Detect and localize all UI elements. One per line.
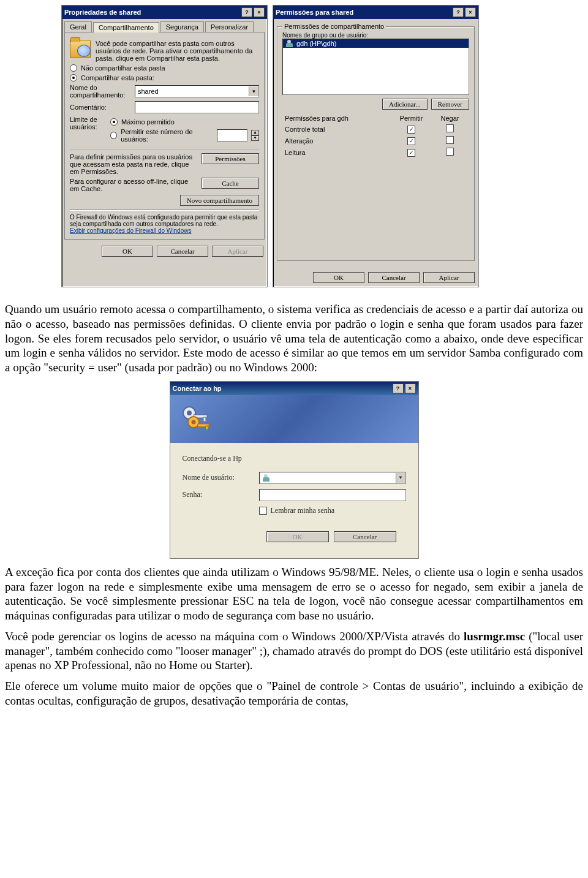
user-icon (285, 40, 294, 47)
radio-share[interactable] (70, 74, 77, 81)
permissions-titlebar: Permissões para shared ? × (273, 6, 478, 19)
paragraph-3-pre: Você pode gerenciar os logins de acesso … (5, 630, 464, 643)
user-icon (262, 474, 271, 482)
paragraph-1: Quando um usuário remoto acessa o compar… (5, 302, 583, 375)
new-share-button[interactable]: Novo compartilhamento (180, 195, 259, 206)
tab-seguranca[interactable]: Segurança (160, 21, 204, 32)
user-list-item[interactable]: gdh (HP\gdh) (283, 39, 469, 48)
properties-titlebar: Propriedades de shared ? × (62, 6, 267, 19)
firewall-link[interactable]: Exibir configurações do Firewall do Wind… (70, 227, 259, 234)
help-icon[interactable]: ? (241, 7, 252, 17)
perm-row-read: Leitura (282, 146, 469, 158)
radio-no-share-label: Não compartilhar esta pasta (81, 64, 165, 72)
spinner-down-icon[interactable]: ▼ (251, 135, 259, 141)
allow-change-checkbox[interactable] (407, 137, 415, 145)
password-label: Senha: (183, 490, 259, 499)
chevron-down-icon[interactable]: ▼ (396, 473, 405, 483)
radio-allow-number[interactable] (110, 132, 117, 139)
paragraph-3: Você pode gerenciar os logins de acesso … (5, 629, 583, 673)
paragraph-4: Ele oferece um volume muito maior de opç… (5, 679, 583, 708)
radio-max-allowed[interactable] (110, 118, 118, 126)
remember-password-checkbox[interactable] (259, 507, 267, 515)
permissions-group-label: Permissões de compartilhamento (282, 23, 386, 30)
properties-title: Propriedades de shared (64, 9, 141, 16)
connect-titlebar: Conectar ao hp ? × (170, 382, 418, 395)
properties-tabs: Geral Compartilhamento Segurança Persona… (62, 19, 267, 32)
perm-label-full: Controle total (282, 123, 392, 135)
svg-rect-7 (206, 426, 208, 430)
comment-field[interactable] (135, 101, 259, 113)
connect-status: Conectando-se a Hp (183, 454, 406, 463)
svg-point-5 (191, 420, 195, 424)
allow-full-control-checkbox[interactable] (407, 126, 415, 134)
deny-read-checkbox[interactable] (446, 148, 454, 156)
cancel-button[interactable]: Cancelar (157, 246, 208, 257)
help-icon[interactable]: ? (453, 7, 464, 17)
tab-geral[interactable]: Geral (64, 21, 92, 32)
ok-button[interactable]: OK (313, 272, 364, 283)
radio-allow-number-label: Permitir este número de usuários: (121, 128, 213, 143)
dialog-pair: Propriedades de shared ? × Geral Compart… (0, 0, 588, 292)
user-limit-label: Limite de usuários: (70, 116, 107, 131)
comment-label: Comentário: (70, 104, 131, 111)
username-label: Nome de usuário: (183, 473, 259, 482)
share-intro-text: Você pode compartilhar esta pasta com ou… (96, 40, 259, 62)
paragraph-2: A exceção fica por conta dos clientes qu… (5, 565, 583, 623)
user-limit-spinner[interactable] (217, 129, 247, 142)
apply-button[interactable]: Aplicar (423, 272, 475, 283)
radio-share-label: Compartilhar esta pasta: (81, 74, 154, 81)
perm-row-change: Alteração (282, 135, 469, 146)
permissions-table: Permissões para gdh Permitir Negar Contr… (282, 113, 469, 158)
user-listbox[interactable]: gdh (HP\gdh) (282, 39, 469, 95)
separator-2 (70, 210, 259, 210)
share-name-field[interactable]: shared ▼ (135, 85, 259, 97)
properties-dialog: Propriedades de shared ? × Geral Compart… (61, 5, 268, 287)
share-overlay-icon (77, 45, 91, 57)
user-entry-text: gdh (HP\gdh) (296, 40, 336, 47)
perm-label-change: Alteração (282, 135, 392, 146)
radio-max-label: Máximo permitido (121, 118, 175, 126)
allow-header: Permitir (392, 113, 431, 123)
tab-compartilhamento[interactable]: Compartilhamento (93, 22, 159, 32)
permissions-hint: Para definir permissões para os usuários… (70, 153, 198, 175)
connect-title: Conectar ao hp (173, 385, 222, 392)
apply-button[interactable]: Aplicar (212, 246, 263, 257)
perm-row-full-control: Controle total (282, 123, 469, 135)
permissions-button[interactable]: Permissões (202, 153, 259, 164)
deny-header: Negar (431, 113, 469, 123)
svg-rect-3 (203, 417, 206, 422)
ok-button[interactable]: OK (266, 531, 329, 542)
password-field[interactable] (259, 489, 406, 501)
perm-label-read: Leitura (282, 146, 392, 158)
deny-change-checkbox[interactable] (446, 136, 454, 144)
close-icon[interactable]: × (405, 384, 416, 393)
lusrmgr-text: lusrmgr.msc (464, 630, 525, 643)
permissions-dialog-title: Permissões para shared (276, 9, 353, 16)
add-button[interactable]: Adicionar... (382, 99, 428, 110)
keys-icon (179, 404, 212, 434)
cache-button[interactable]: Cache (202, 178, 259, 189)
username-field[interactable]: ▼ (259, 472, 406, 484)
firewall-text: O Firewall do Windows está configurado p… (70, 214, 259, 227)
permissions-dialog: Permissões para shared ? × Permissões de… (273, 5, 479, 287)
close-icon[interactable]: × (254, 7, 265, 17)
connect-dialog: Conectar ao hp ? × (170, 381, 419, 559)
share-name-label: Nome do compartilhamento: (70, 84, 131, 99)
ok-button[interactable]: OK (102, 246, 153, 257)
radio-no-share[interactable] (70, 64, 77, 72)
allow-read-checkbox[interactable] (407, 149, 415, 157)
cancel-button[interactable]: Cancelar (368, 272, 420, 283)
svg-point-1 (187, 411, 192, 415)
remove-button[interactable]: Remover (431, 99, 469, 110)
tab-personalizar[interactable]: Personalizar (205, 21, 254, 32)
spinner-up-icon[interactable]: ▲ (251, 130, 259, 135)
help-icon[interactable]: ? (393, 384, 404, 393)
close-icon[interactable]: × (465, 7, 476, 17)
chevron-down-icon[interactable]: ▼ (249, 86, 258, 96)
separator (70, 149, 259, 149)
cache-hint: Para configurar o acesso off-line, cliqu… (70, 178, 198, 192)
deny-full-control-checkbox[interactable] (446, 124, 454, 132)
share-name-value: shared (138, 88, 159, 95)
remember-password-label: Lembrar minha senha (271, 506, 335, 515)
cancel-button[interactable]: Cancelar (334, 531, 396, 542)
